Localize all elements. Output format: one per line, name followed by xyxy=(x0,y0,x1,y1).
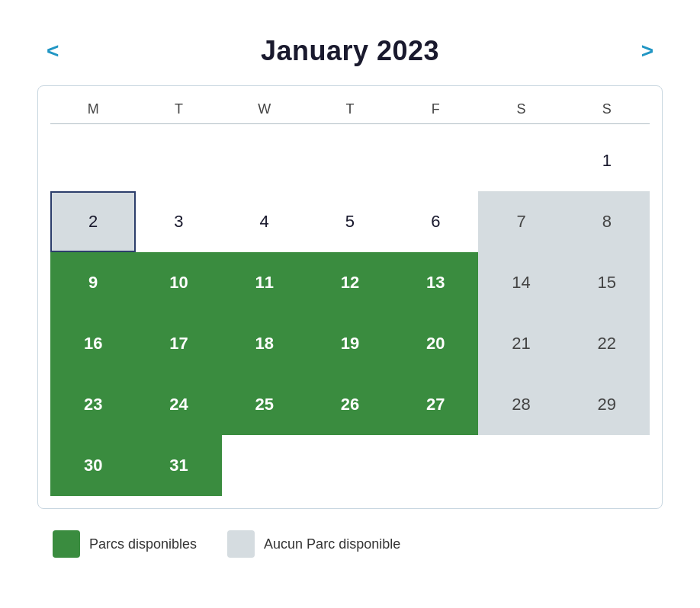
month-title: January 2023 xyxy=(261,35,439,67)
day-13[interactable]: 13 xyxy=(393,252,478,313)
legend-unavailable-box xyxy=(227,530,255,558)
day-cell xyxy=(222,130,307,191)
calendar-header: < January 2023 > xyxy=(37,35,663,67)
day-11[interactable]: 11 xyxy=(222,252,307,313)
day-21[interactable]: 21 xyxy=(478,313,564,374)
day-cell xyxy=(307,130,393,191)
day-26[interactable]: 26 xyxy=(307,374,393,435)
day-20[interactable]: 20 xyxy=(393,313,478,374)
legend-available-label: Parcs disponibles xyxy=(89,536,197,552)
day-22[interactable]: 22 xyxy=(564,313,650,374)
day-cell xyxy=(564,435,650,496)
day-28[interactable]: 28 xyxy=(478,374,564,435)
dow-tuesday: T xyxy=(136,94,221,123)
day-7[interactable]: 7 xyxy=(478,191,564,252)
day-14[interactable]: 14 xyxy=(478,252,564,313)
day-cell xyxy=(393,130,478,191)
dow-sunday: S xyxy=(564,94,650,123)
legend-unavailable-label: Aucun Parc disponible xyxy=(264,536,400,552)
day-17[interactable]: 17 xyxy=(136,313,221,374)
prev-month-button[interactable]: < xyxy=(37,36,68,66)
day-6[interactable]: 6 xyxy=(393,191,478,252)
day-24[interactable]: 24 xyxy=(136,374,221,435)
day-cell xyxy=(136,130,221,191)
day-4[interactable]: 4 xyxy=(222,191,307,252)
day-cell xyxy=(50,130,136,191)
day-cell xyxy=(393,435,478,496)
day-5[interactable]: 5 xyxy=(307,191,393,252)
day-31[interactable]: 31 xyxy=(136,435,221,496)
day-cell xyxy=(478,130,564,191)
day-19[interactable]: 19 xyxy=(307,313,393,374)
day-cell xyxy=(307,435,393,496)
header-divider xyxy=(50,123,650,124)
legend-available-box xyxy=(53,530,80,558)
day-8[interactable]: 8 xyxy=(564,191,650,252)
next-month-button[interactable]: > xyxy=(632,36,663,66)
dow-thursday: T xyxy=(307,94,393,123)
dow-wednesday: W xyxy=(222,94,307,123)
day-2[interactable]: 2 xyxy=(50,191,136,252)
legend-available: Parcs disponibles xyxy=(53,530,197,558)
legend: Parcs disponibles Aucun Parc disponible xyxy=(37,530,663,558)
legend-unavailable: Aucun Parc disponible xyxy=(227,530,400,558)
day-18[interactable]: 18 xyxy=(222,313,307,374)
day-cell xyxy=(478,435,564,496)
day-30[interactable]: 30 xyxy=(50,435,136,496)
dow-monday: M xyxy=(50,94,136,123)
day-9[interactable]: 9 xyxy=(50,252,136,313)
day-23[interactable]: 23 xyxy=(50,374,136,435)
day-3[interactable]: 3 xyxy=(136,191,221,252)
calendar-grid-wrapper: M T W T F S S 1 2 3 4 5 6 7 8 9 xyxy=(37,85,663,509)
day-29[interactable]: 29 xyxy=(564,374,650,435)
calendar-container: < January 2023 > M T W T F S S 1 2 3 xyxy=(22,27,678,581)
day-cell xyxy=(222,435,307,496)
day-25[interactable]: 25 xyxy=(222,374,307,435)
dow-friday: F xyxy=(393,94,478,123)
day-16[interactable]: 16 xyxy=(50,313,136,374)
day-27[interactable]: 27 xyxy=(393,374,478,435)
day-15[interactable]: 15 xyxy=(564,252,650,313)
day-1[interactable]: 1 xyxy=(564,130,650,191)
day-10[interactable]: 10 xyxy=(136,252,221,313)
dow-saturday: S xyxy=(478,94,564,123)
calendar-grid: M T W T F S S 1 2 3 4 5 6 7 8 9 xyxy=(50,94,650,496)
day-12[interactable]: 12 xyxy=(307,252,393,313)
